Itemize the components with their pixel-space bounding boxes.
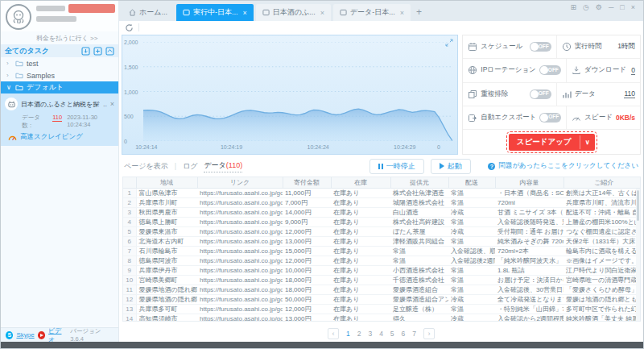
skype-link[interactable]: Skype [16,331,34,339]
tab-close-icon[interactable]: × [400,9,404,17]
task-card[interactable]: 日本酒のふるさと納税を探す（1ページ目） … × データ数： 110 2023-… [1,93,118,146]
panel-row-1: IPローテーションOFFダウンロード0 [463,59,640,82]
row-number: 9 [123,265,136,275]
link-cell[interactable]: https://furusato.asahi.co.jp/good... [197,285,283,294]
intro-cell: 愛媛は地酒の隠れ郷とも言われ... [564,294,641,304]
table-row: 11愛媛県地酒の隠れ郷https://furusato.asahi.co.jp/… [123,285,641,294]
setting-label: スケジュール [481,42,522,52]
toggle-自動エクスポート[interactable]: OFF [539,113,561,123]
x-axis-tick: 10:24:14 [135,144,157,150]
link-cell[interactable]: https://furusato.asahi.co.jp/good... [197,275,283,285]
task-close-icon[interactable]: × [110,100,114,108]
video-link[interactable]: ビデオ [48,326,67,343]
start-button[interactable]: 起動 [431,159,471,174]
chevron-right-icon[interactable]: › [6,60,12,67]
settings-gear-icon[interactable]: ⚙ [596,4,602,11]
close-icon[interactable]: × [631,4,635,11]
y-axis-tick: 1,500 [124,64,142,69]
link-cell[interactable]: https://furusato.asahi.co.jp/good... [197,265,283,275]
page-3[interactable]: 3 [368,330,372,338]
table-row: 2兵庫県市川町https://furusato.asahi.co.jp/good… [123,197,641,207]
help-link[interactable]: ? 問題があったらここをクリックしてください [488,161,638,171]
tab-item-2[interactable]: 日本酒のふ...× [256,4,331,21]
apps-icon[interactable]: ⊞ [570,4,576,11]
main-area: ホーム...実行中-日本...×日本酒のふ...×データ-日本...× + ⊞◷… [119,1,643,342]
link-cell[interactable]: https://furusato.asahi.co.jp/good... [197,207,283,217]
task-data-count[interactable]: 110 [52,114,62,122]
data-chart-icon [562,89,572,99]
refresh-icon[interactable] [125,23,134,32]
minimize-icon[interactable]: ─ [609,4,613,11]
pause-button[interactable]: 一時停止 [369,159,424,174]
table-row: 5愛媛県東温市https://furusato.asahi.co.jp/good… [123,226,641,236]
link-cell[interactable]: https://furusato.asahi.co.jp/good... [197,304,283,314]
divider [138,23,139,31]
tab-close-icon[interactable]: × [242,9,246,17]
tab-item-1[interactable]: 実行中-日本...× [176,4,254,21]
link-cell[interactable]: https://furusato.asahi.co.jp/good... [197,256,283,265]
link-cell[interactable]: https://furusato.asahi.co.jp/good... [197,236,283,246]
chevron-down-icon[interactable]: ∨ [580,135,595,149]
link-cell[interactable]: https://furusato.asahi.co.jp/good... [197,217,283,226]
tab-close-icon[interactable]: × [320,9,324,17]
provider-cell: 足立醸造（株） [390,304,448,314]
tab-item-3[interactable]: データ-日本...× [333,4,411,21]
sidebar-folder-デフォルト[interactable]: ∨デフォルト [1,81,118,93]
speed-gauge-icon [8,134,17,141]
page-6[interactable]: 6 [402,330,406,338]
toggle-重複排除[interactable]: OFF [530,89,551,99]
row-number: 3 [123,207,136,217]
task-mode-label: 高速スクレイピング [20,132,83,142]
link-cell[interactable]: https://furusato.asahi.co.jp/good... [197,197,283,207]
sidebar-folder-Samples[interactable]: ›Samples [1,69,118,81]
intro-cell: 兵庫県市川町、清流市川の畔、... [564,197,641,207]
chevron-right-icon[interactable]: › [6,72,12,79]
toggle-スケジュール[interactable]: OFF [530,42,551,52]
switch-view-icon[interactable] [105,47,114,56]
tab-data[interactable]: データ(110) [204,160,242,172]
stat-value-データ[interactable]: 110 [624,89,635,98]
link-cell[interactable]: https://furusato.asahi.co.jp/good... [197,314,283,322]
chevron-down-icon[interactable]: ∨ [6,84,12,91]
page-7[interactable]: 7 [412,330,416,338]
toggle-IPローテーション[interactable]: OFF [539,65,561,75]
sidebar-folder-test[interactable]: ›test [1,57,118,69]
intro-cell: つなぐ棚田遺産に認定された... [564,226,641,236]
delivery-cell: 冷蔵 [448,207,495,217]
link-cell[interactable]: https://furusato.asahi.co.jp/good... [197,226,283,236]
next-page-button[interactable]: › [423,328,435,339]
help-icon[interactable]: ◷ [583,4,589,11]
tab-home[interactable]: ホーム... [122,4,174,21]
tab-log[interactable]: ログ [183,161,197,172]
x-axis-tick: 10:24:29 [394,144,415,150]
page-1[interactable]: 1 [346,330,350,338]
tab-show-page[interactable]: ページを表示 [124,161,168,172]
restore-icon[interactable]: □ [620,4,624,11]
new-task-icon[interactable] [93,47,102,56]
avatar[interactable] [6,4,31,30]
tasks-header-label: 全てのタスク [5,46,49,56]
octopus-logo-icon [10,9,27,25]
stat-value-ダウンロード[interactable]: 0 [631,66,635,75]
table-row: 1富山県魚津市https://furusato.asahi.co.jp/good… [123,188,641,197]
page-2[interactable]: 2 [357,330,361,338]
import-task-icon[interactable] [81,47,90,56]
pay-link[interactable]: 料金を払うに行く >> [36,34,97,43]
table-row: 12愛媛県地酒の隠れ郷https://furusato.asahi.co.jp/… [123,294,641,304]
column-header: 在庫 [331,177,390,188]
add-tab-button[interactable]: + [416,6,422,18]
page-5[interactable]: 5 [390,330,394,338]
link-cell[interactable]: https://furusato.asahi.co.jp/good... [197,246,283,256]
redacted-username [36,6,65,11]
page-4[interactable]: 4 [379,330,383,338]
download-icon [572,65,581,75]
content-cell: 純米酒みそぎの舞 720ml×2本 [495,236,564,246]
expand-chart-icon[interactable] [445,39,453,47]
panel-stat-3: スピード0KB/s [567,106,640,129]
table-scrollbar[interactable] [636,189,640,321]
link-cell[interactable]: https://furusato.asahi.co.jp/good... [197,294,283,304]
link-cell[interactable]: https://furusato.asahi.co.jp/good... [197,188,283,197]
prev-page-button[interactable]: ‹ [328,328,339,339]
speed-up-button[interactable]: スピードアップ ∨ [509,134,595,151]
amount-cell: 12,000円 [283,226,331,236]
